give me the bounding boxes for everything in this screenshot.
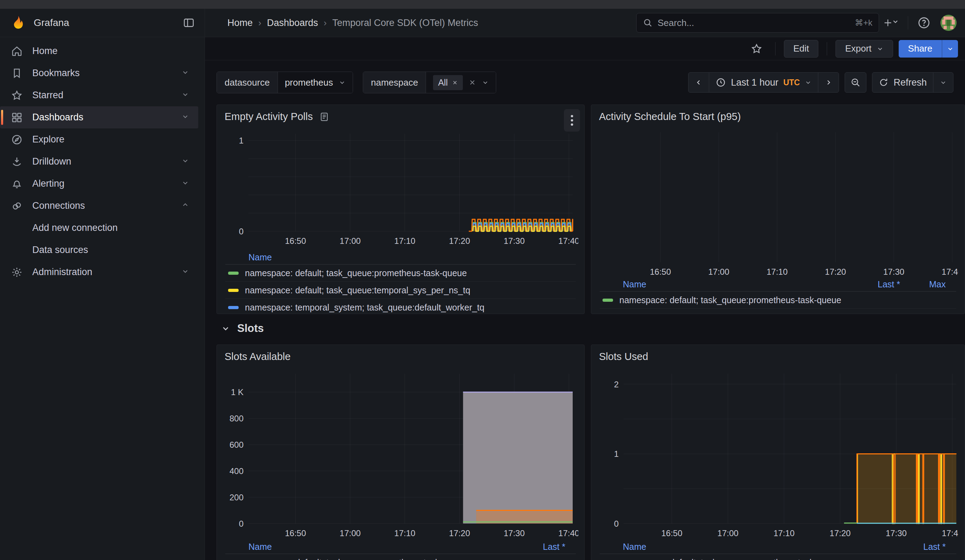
svg-text:17:30: 17:30 — [504, 236, 525, 245]
svg-text:17:20: 17:20 — [829, 528, 851, 536]
svg-text:16:50: 16:50 — [650, 267, 671, 276]
svg-text:0: 0 — [614, 519, 619, 528]
nav-left: Grafana — [0, 9, 205, 37]
sidebar-item-label: Administration — [32, 267, 92, 278]
empty_polls-svg: 0116:5017:0017:1017:2017:3017:40 — [224, 127, 578, 245]
drilldown-icon — [10, 156, 23, 168]
legend-col-last[interactable]: Last * — [837, 279, 900, 289]
svg-text:17:30: 17:30 — [883, 267, 904, 276]
sidebar-item-starred[interactable]: Starred — [0, 84, 198, 106]
chevron-down-icon — [182, 178, 189, 189]
panel-slots-available: Slots Available 02004006008001 K16:5017:… — [216, 344, 585, 560]
sidebar-item-label: Data sources — [32, 245, 88, 255]
sidebar-item-label: Starred — [32, 90, 64, 101]
dock-sidebar-icon[interactable] — [183, 17, 195, 29]
sidebar-item-dashboards[interactable]: Dashboards — [0, 106, 198, 129]
series-label[interactable]: namespace: default; task_queue:prometheu… — [245, 558, 467, 560]
slots-used-chart[interactable]: 01216:5017:0017:1017:2017:3017:40 — [598, 366, 958, 536]
chevron-up-icon — [182, 200, 189, 211]
series-swatch — [602, 299, 613, 302]
activity-schedule-chart[interactable]: 16:5017:0017:1017:2017:3017:40 — [598, 125, 958, 276]
sidebar-item-home[interactable]: Home — [0, 40, 198, 62]
svg-text:16:50: 16:50 — [661, 528, 682, 536]
svg-text:1 K: 1 K — [231, 387, 244, 397]
svg-text:17:20: 17:20 — [449, 528, 470, 536]
panel-title: Slots Available — [224, 351, 291, 362]
legend-header: Name Last * — [225, 540, 576, 554]
sidebar-item-label: Alerting — [32, 178, 65, 189]
sidebar-item-label: Bookmarks — [32, 68, 80, 78]
series-label[interactable]: namespace: default; task_queue:temporal_… — [245, 285, 470, 296]
legend-col-name[interactable]: Name — [623, 542, 646, 552]
svg-text:17:40: 17:40 — [942, 528, 958, 536]
series-label[interactable]: namespace: default; task_queue:prometheu… — [245, 268, 467, 278]
legend-col-max[interactable]: Max — [900, 279, 946, 289]
gear-icon — [10, 266, 23, 278]
series-swatch — [228, 272, 239, 275]
legend: Name Last * namespace: default; task_que… — [600, 540, 956, 560]
sidebar-item-administration[interactable]: Administration — [0, 261, 198, 283]
svg-text:17:30: 17:30 — [504, 528, 525, 536]
section-title: Slots — [237, 322, 264, 335]
sidebar-item-drilldown[interactable]: Drilldown — [0, 150, 198, 173]
series-label[interactable]: namespace: default; task_queue:prometheu… — [619, 558, 841, 560]
legend-col-last[interactable]: Last * — [883, 542, 946, 552]
sidebar-item-label: Drilldown — [32, 156, 71, 167]
sidebar-item-add-new-connection[interactable]: Add new connection — [0, 217, 198, 239]
series-label[interactable]: namespace: default; task_queue:prometheu… — [619, 295, 841, 305]
svg-text:17:10: 17:10 — [394, 528, 415, 536]
legend-col-name[interactable]: Name — [249, 542, 272, 552]
legend: Name Last * namespace: default; task_que… — [225, 540, 576, 560]
empty-activity-polls-chart[interactable]: 0116:5017:0017:1017:2017:3017:40 — [224, 127, 578, 245]
panel-header[interactable]: Activity Schedule To Start (p95) — [591, 105, 965, 129]
svg-text:17:30: 17:30 — [886, 528, 907, 536]
svg-text:2: 2 — [614, 380, 619, 389]
connections-icon — [10, 200, 23, 212]
series-swatch — [228, 289, 239, 292]
legend-header: Name Last * — [600, 540, 956, 554]
panel-title: Empty Activity Polls — [224, 111, 312, 122]
panel-header[interactable]: Slots Available — [217, 345, 584, 368]
series-swatch — [228, 306, 239, 309]
legend-row: namespace: default; task_queue:temporal_… — [225, 282, 576, 299]
legend-row: namespace: default; task_queue:prometheu… — [600, 292, 956, 309]
grid-icon — [10, 112, 23, 124]
dashboard-canvas: Empty Activity Polls 0116:5017:0017:1017… — [205, 0, 965, 560]
svg-text:17:10: 17:10 — [394, 236, 415, 245]
description-icon[interactable] — [319, 112, 329, 122]
series-label[interactable]: namespace: temporal_system; task_queue:d… — [245, 302, 484, 313]
legend-row: namespace: default; task_queue:prometheu… — [225, 554, 576, 560]
svg-text:200: 200 — [229, 493, 244, 502]
svg-text:17:40: 17:40 — [558, 528, 578, 536]
sidebar-item-bookmarks[interactable]: Bookmarks — [0, 62, 198, 84]
panel-title: Slots Used — [599, 351, 648, 362]
grafana-logo-icon[interactable] — [10, 15, 25, 31]
legend-col-name[interactable]: Name — [623, 279, 646, 289]
svg-text:16:50: 16:50 — [285, 236, 306, 245]
sidebar-item-data-sources[interactable]: Data sources — [0, 239, 198, 261]
slots-available-chart[interactable]: 02004006008001 K16:5017:0017:1017:2017:3… — [224, 366, 578, 536]
legend-col-name[interactable]: Name — [249, 252, 272, 263]
sidebar-item-alerting[interactable]: Alerting — [0, 173, 198, 195]
brand-name: Grafana — [34, 17, 69, 28]
svg-text:0: 0 — [239, 227, 244, 236]
star-icon — [10, 90, 23, 101]
panel-header[interactable]: Slots Used — [591, 345, 965, 368]
legend-col-last[interactable]: Last * — [502, 542, 565, 552]
sidebar-item-explore[interactable]: Explore — [0, 129, 198, 150]
legend-row: namespace: default; task_queue:prometheu… — [600, 554, 956, 560]
svg-text:1: 1 — [239, 136, 244, 145]
sidebar-item-label: Connections — [32, 200, 85, 211]
svg-text:400: 400 — [229, 466, 244, 476]
sidebar-item-connections[interactable]: Connections — [0, 195, 198, 217]
chevron-down-icon — [182, 156, 189, 167]
panel-header[interactable]: Empty Activity Polls — [217, 105, 584, 129]
svg-text:17:00: 17:00 — [717, 528, 738, 536]
row-section-slots[interactable]: Slots — [221, 322, 264, 335]
panel-empty-activity-polls: Empty Activity Polls 0116:5017:0017:1017… — [216, 104, 585, 314]
sidebar-item-label: Dashboards — [32, 112, 83, 123]
svg-text:800: 800 — [229, 414, 244, 423]
svg-text:17:00: 17:00 — [340, 236, 361, 245]
sidebar-item-label: Explore — [32, 134, 65, 145]
legend: Name Last * Max namespace: default; task… — [600, 278, 956, 309]
